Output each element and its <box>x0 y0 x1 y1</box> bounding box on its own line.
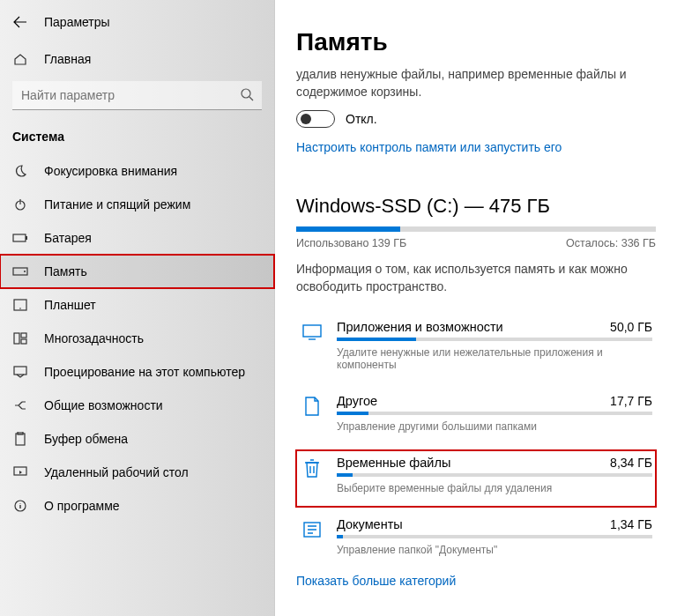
monitor-icon <box>300 320 324 345</box>
sidebar-group: Система <box>0 126 274 154</box>
window-title: Параметры <box>44 15 110 29</box>
category-size: 50,0 ГБ <box>610 320 652 334</box>
page-title: Память <box>296 28 656 56</box>
project-icon <box>12 364 28 380</box>
category-bar <box>337 535 652 538</box>
sidebar-item-label: Общие возможности <box>44 398 163 412</box>
category-name: Другое <box>337 394 377 408</box>
sidebar-item-label: Многозадачность <box>44 331 144 345</box>
page-subtitle: удалив ненужные файлы, например временны… <box>296 65 649 101</box>
sidebar-item-label: Фокусировка внимания <box>44 164 177 178</box>
main-panel: Память удалив ненужные файлы, например в… <box>275 0 677 616</box>
sidebar-item-multitask[interactable]: Многозадачность <box>0 322 274 355</box>
search-box[interactable] <box>12 81 262 110</box>
sidebar-item-label: Планшет <box>44 298 96 312</box>
sidebar-item-label: Проецирование на этот компьютер <box>44 365 245 379</box>
back-icon[interactable] <box>12 14 28 30</box>
svg-point-0 <box>242 89 250 98</box>
clipboard-icon <box>12 431 28 447</box>
show-more-link[interactable]: Показать больше категорий <box>296 574 456 588</box>
category-name: Приложения и возможности <box>337 320 503 334</box>
category-size: 17,7 ГБ <box>610 394 652 408</box>
file-icon <box>300 394 324 419</box>
sidebar-item-storage[interactable]: Память <box>0 255 274 288</box>
storage-info: Информация о том, как используется памят… <box>296 260 656 296</box>
category-other[interactable]: Другое17,7 ГБУправление другими большими… <box>296 389 656 445</box>
category-bar <box>337 338 652 341</box>
toggle-label: Откл. <box>346 112 377 126</box>
sidebar-item-tablet[interactable]: Планшет <box>0 288 274 322</box>
sidebar-item-label: Удаленный рабочий стол <box>44 465 189 479</box>
sidebar-item-remote[interactable]: Удаленный рабочий стол <box>0 456 274 489</box>
category-size: 8,34 ГБ <box>610 456 652 470</box>
category-name: Документы <box>337 517 403 531</box>
remote-icon <box>12 464 28 480</box>
category-apps[interactable]: Приложения и возможности50,0 ГБУдалите н… <box>296 315 656 383</box>
share-icon <box>12 397 28 413</box>
moon-icon <box>12 163 28 179</box>
svg-rect-8 <box>14 333 19 344</box>
category-hint: Управление папкой "Документы" <box>337 544 652 556</box>
svg-rect-2 <box>13 234 26 241</box>
sidebar-item-label: Память <box>44 264 87 278</box>
sidebar-item-about[interactable]: О программе <box>0 489 274 523</box>
sidebar-home[interactable]: Главная <box>0 42 274 76</box>
multitask-icon <box>12 330 28 346</box>
free-label: Осталось: 336 ГБ <box>566 237 656 249</box>
sidebar-item-shared[interactable]: Общие возможности <box>0 389 274 422</box>
sidebar-item-label: О программе <box>44 499 120 513</box>
category-name: Временные файлы <box>337 456 450 470</box>
svg-point-5 <box>24 271 26 272</box>
trash-icon <box>300 456 324 480</box>
svg-rect-11 <box>14 367 26 375</box>
tablet-icon <box>12 297 28 313</box>
info-icon <box>12 498 28 514</box>
home-icon <box>12 51 28 67</box>
category-documents[interactable]: Документы1,34 ГБУправление папкой "Докум… <box>296 512 656 568</box>
battery-icon <box>12 230 28 246</box>
drive-title: Windows-SSD (C:) — 475 ГБ <box>296 195 656 218</box>
storage-icon <box>12 263 28 279</box>
sidebar-item-projecting[interactable]: Проецирование на этот компьютер <box>0 355 274 389</box>
drive-usage-bar <box>296 226 656 232</box>
svg-rect-10 <box>21 339 26 344</box>
svg-rect-14 <box>14 467 26 475</box>
search-icon <box>239 86 255 102</box>
sidebar-item-label: Батарея <box>44 231 92 245</box>
svg-rect-12 <box>16 434 25 445</box>
used-label: Использовано 139 ГБ <box>296 237 406 249</box>
sidebar-item-label: Буфер обмена <box>44 432 128 446</box>
document-icon <box>300 517 324 542</box>
sidebar-item-focus[interactable]: Фокусировка внимания <box>0 154 274 188</box>
category-hint: Управление другими большими папками <box>337 420 652 433</box>
category-size: 1,34 ГБ <box>610 517 652 531</box>
sidebar-item-clipboard[interactable]: Буфер обмена <box>0 422 274 456</box>
svg-rect-9 <box>21 333 26 338</box>
svg-rect-16 <box>303 325 321 337</box>
search-input[interactable] <box>12 81 262 110</box>
svg-point-7 <box>19 308 21 309</box>
category-hint: Удалите ненужные или нежелательные прило… <box>337 346 652 371</box>
sidebar: Параметры Главная Система Фокусировка вн… <box>0 0 275 616</box>
svg-rect-3 <box>26 236 27 240</box>
power-icon <box>12 197 28 212</box>
sidebar-item-label: Питание и спящий режим <box>44 197 190 212</box>
sidebar-item-battery[interactable]: Батарея <box>0 221 274 255</box>
category-bar <box>337 412 652 415</box>
category-hint: Выберите временные файлы для удаления <box>337 482 652 494</box>
sidebar-item-power[interactable]: Питание и спящий режим <box>0 188 274 221</box>
sidebar-home-label: Главная <box>44 52 91 66</box>
configure-sense-link[interactable]: Настроить контроль памяти или запустить … <box>296 140 562 154</box>
category-bar <box>337 473 652 477</box>
category-temp-files[interactable]: Временные файлы8,34 ГБВыберите временные… <box>296 450 656 507</box>
storage-sense-toggle[interactable] <box>296 110 335 128</box>
